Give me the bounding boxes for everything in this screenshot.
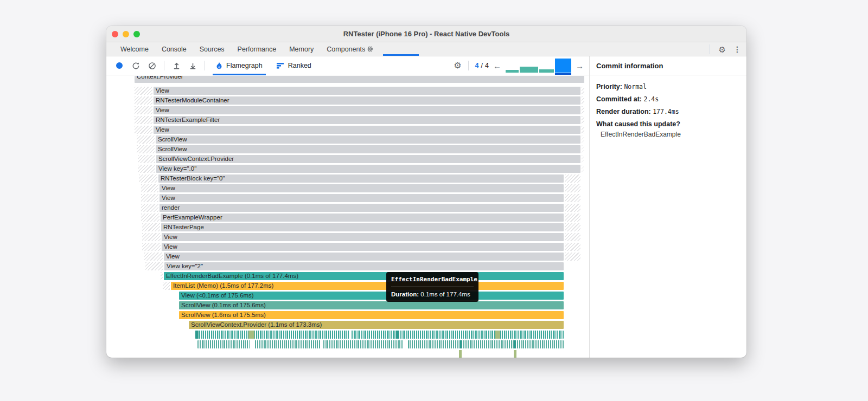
import-profile-button[interactable] <box>170 59 183 72</box>
settings-gear-icon[interactable]: ⚙ <box>719 46 726 54</box>
did-not-render-hatch <box>138 165 155 173</box>
flame-bar[interactable]: PerfExampleWrapper <box>161 214 564 222</box>
tab-ranked[interactable]: Ranked <box>271 56 317 75</box>
flame-bar[interactable]: ScrollViewContext.Provider <box>156 155 580 163</box>
reload-profile-button[interactable] <box>129 59 142 72</box>
toolbar-divider <box>205 61 205 70</box>
did-not-render-hatch <box>135 106 152 114</box>
flame-bar[interactable]: View <box>154 126 580 134</box>
commit-information-panel: Priority: NormalCommitted at: 2.4sRender… <box>589 75 746 358</box>
commit-bar-4[interactable] <box>555 59 571 73</box>
export-profile-button[interactable] <box>186 59 199 72</box>
flame-bar[interactable]: View <box>159 194 564 202</box>
tooltip-component-name: EffectInRenderBadExample <box>391 276 474 287</box>
commit-counter-total: 4 <box>485 62 489 69</box>
commit-info-label: Priority: <box>596 83 624 90</box>
commit-bar-2[interactable] <box>520 67 538 73</box>
commit-info-row: Render duration: 177.4ms <box>596 108 746 115</box>
flamegraph-panel: Context.ProviderViewRNTesterModuleContai… <box>106 75 589 358</box>
flame-bar-strip[interactable] <box>197 340 564 348</box>
flamegraph-tooltip: EffectInRenderBadExample Duration: 0.1ms… <box>386 272 478 302</box>
commit-info-value: Normal <box>624 83 647 90</box>
did-not-render-hatch <box>565 194 580 202</box>
flame-bar[interactable]: View key=".0" <box>156 165 580 173</box>
flame-bar[interactable]: View (<0.1ms of 175.6ms) <box>179 292 564 300</box>
flame-bar[interactable]: ItemList (Memo) (1.5ms of 177.2ms) <box>171 282 564 290</box>
flame-bar-label: ScrollViewContext.Provider (1.1ms of 173… <box>191 321 322 328</box>
tab-profiler[interactable] <box>380 42 422 56</box>
previous-commit-arrow-icon[interactable]: ← <box>493 62 501 70</box>
flame-bar-label: RNTesterBlock key="0" <box>161 175 225 182</box>
flame-bar[interactable]: RNTesterModuleContainer <box>154 96 580 105</box>
flame-bar[interactable]: View <box>162 233 564 241</box>
flame-bar[interactable]: RNTesterPage <box>161 223 564 231</box>
did-not-render-hatch <box>142 223 160 231</box>
tab-console[interactable]: Console <box>155 42 193 56</box>
flame-bar[interactable]: View key="2" <box>164 262 564 270</box>
did-not-render-hatch <box>565 174 580 183</box>
flame-bar[interactable]: Context.Provider <box>135 76 584 83</box>
did-not-render-hatch <box>142 243 161 251</box>
did-not-render-hatch <box>141 194 158 202</box>
update-cause-label: What caused this update? <box>596 120 746 128</box>
profiler-content: Context.ProviderViewRNTesterModuleContai… <box>106 75 746 358</box>
flame-bar[interactable]: View <box>154 87 580 95</box>
flame-bar[interactable]: RNTesterBlock key="0" <box>158 174 564 183</box>
record-button[interactable] <box>113 59 126 72</box>
flame-bar-label: ScrollViewContext.Provider <box>158 156 234 162</box>
profiler-toolbar: Flamegraph Ranked ⚙ 4 / 4 ← <box>106 56 589 75</box>
profiler-settings-gear-icon[interactable]: ⚙ <box>454 61 461 70</box>
clear-profile-button[interactable] <box>145 59 158 72</box>
tooltip-duration-value: 0.1ms of 177.4ms <box>420 291 470 297</box>
flame-bar-fragment <box>248 331 254 339</box>
flame-bar[interactable]: EffectInRenderBadExample (0.1ms of 177.4… <box>164 272 564 280</box>
flame-bar[interactable]: ScrollView <box>156 145 580 153</box>
flame-bar[interactable]: View <box>162 243 564 251</box>
did-not-render-hatch <box>565 204 580 212</box>
flame-bar[interactable]: ScrollView (0.1ms of 175.6ms) <box>179 301 564 309</box>
kebab-menu-icon[interactable]: ⋮ <box>733 46 741 53</box>
tab-label: Welcome <box>120 46 149 53</box>
flame-bar[interactable]: View <box>164 253 564 261</box>
flame-bar-fragment <box>320 340 323 348</box>
flame-bar[interactable]: View <box>159 184 564 192</box>
tab-memory[interactable]: Memory <box>283 42 320 56</box>
did-not-render-hatch <box>582 135 584 144</box>
flame-bar-fragment <box>495 331 500 339</box>
flame-bar[interactable]: ScrollView <box>156 135 580 144</box>
tab-components[interactable]: Components <box>320 42 380 56</box>
commit-bar-3[interactable] <box>539 69 554 73</box>
commit-info-value: 2.4s <box>644 95 659 103</box>
flame-icon <box>216 62 222 69</box>
desktop-background: RNTester (iPhone 16 Pro) - React Native … <box>0 0 868 401</box>
update-cause-value[interactable]: EffectInRenderBadExample <box>596 131 746 138</box>
flame-bar[interactable]: ScrollViewContext.Provider (1.1ms of 173… <box>189 321 564 329</box>
flame-bar-label: View <box>156 107 169 113</box>
tab-flamegraph[interactable]: Flamegraph <box>210 56 268 75</box>
flame-bar[interactable]: render <box>159 204 564 212</box>
flame-bar-label: View <box>162 195 175 201</box>
tab-sources[interactable]: Sources <box>193 42 231 56</box>
flame-bar-fragment <box>396 331 399 339</box>
commit-counter-current: 4 <box>475 62 479 69</box>
tab-welcome[interactable]: Welcome <box>114 42 155 56</box>
react-atom-icon <box>367 46 373 52</box>
did-not-render-hatch <box>565 233 580 241</box>
flame-bar[interactable]: ScrollView (1.6ms of 175.5ms) <box>179 311 564 319</box>
did-not-render-hatch <box>163 282 170 290</box>
flame-bar-strip[interactable] <box>195 331 564 339</box>
next-commit-arrow-icon[interactable]: → <box>576 62 584 70</box>
flame-bar-label: RNTesterExampleFilter <box>156 117 220 123</box>
flame-bar[interactable]: RNTesterExampleFilter <box>154 116 580 124</box>
flame-bar[interactable]: View <box>154 106 580 114</box>
tab-performance[interactable]: Performance <box>231 42 283 56</box>
flame-bar-label: View <box>156 126 169 133</box>
did-not-render-hatch <box>135 96 152 105</box>
commit-bar-1[interactable] <box>506 70 519 73</box>
flame-bar-label: View <box>166 253 180 260</box>
did-not-render-hatch <box>582 87 584 95</box>
flame-bar-fragment <box>250 340 254 348</box>
window-title: RNTester (iPhone 16 Pro) - React Native … <box>106 26 746 42</box>
commit-counter-separator: / <box>481 62 483 69</box>
did-not-render-hatch <box>135 116 152 124</box>
